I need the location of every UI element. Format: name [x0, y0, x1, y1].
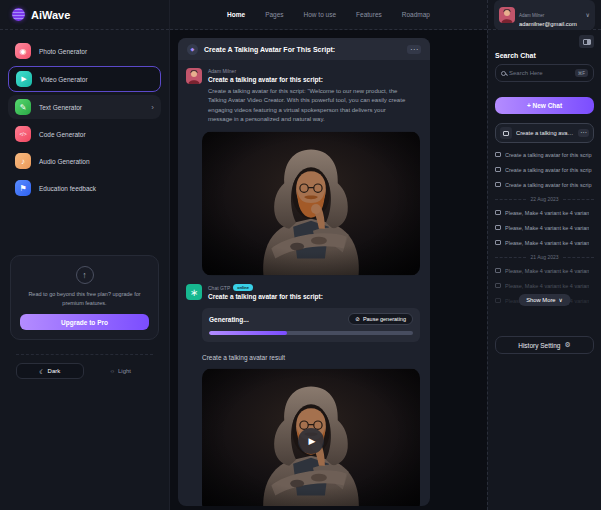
chat-icon — [495, 225, 501, 230]
audio-icon: ♪ — [15, 153, 31, 169]
upgrade-text: Read to go beyond this free plan? upgrad… — [20, 290, 149, 307]
generator-menu: ◉ Photo Generator ▶ Video Generator ✎ Te… — [0, 30, 169, 203]
shortcut-badge: ⌘F — [575, 69, 588, 77]
nav-pages[interactable]: Pages — [265, 11, 283, 18]
play-icon[interactable]: ▶ — [298, 428, 324, 454]
chat-history-item[interactable]: Create a talking avatar for this scrip — [495, 147, 594, 162]
search-input[interactable] — [509, 70, 572, 76]
sidebar-item-label: Photo Generator — [39, 48, 87, 55]
moon-icon: ☾ — [39, 368, 44, 375]
user-name: Adam Milner — [519, 13, 544, 18]
sidebar-item-label: Video Generator — [40, 76, 88, 83]
sidebar-item-text-generator[interactable]: ✎ Text Generator › — [8, 95, 161, 119]
video-icon: ▶ — [16, 71, 32, 87]
top-nav: Home Pages How to use Features Roadmap — [170, 0, 487, 30]
show-more-label: Show More — [526, 297, 555, 303]
collapse-panel-button[interactable] — [579, 35, 594, 48]
chevron-down-icon: ∨ — [586, 11, 590, 18]
sidebar-item-audio-generation[interactable]: ♪ Audio Generation — [8, 149, 161, 173]
text-icon: ✎ — [15, 99, 31, 115]
chat-history-item[interactable]: Please, Make 4 variant ke 4 varian — [495, 263, 594, 278]
chat-history-item[interactable]: Please, Make 4 variant ke 4 varian — [495, 278, 594, 293]
avatar-result-video[interactable]: ▶ — [202, 368, 420, 506]
generating-label: Generating... — [209, 316, 249, 323]
user-avatar — [186, 68, 202, 84]
date-divider: 22 Aug 2023 — [495, 196, 594, 202]
message-body: Create a talking avatar for this script:… — [208, 87, 410, 124]
show-more-button[interactable]: Show More ∨ — [518, 294, 571, 306]
result-label: Create a talking avatar result — [202, 354, 422, 361]
search-box: ⌘F — [495, 64, 594, 82]
upgrade-to-pro-button[interactable]: Upgrade to Pro — [20, 314, 149, 330]
photo-icon: ◉ — [15, 43, 31, 59]
main-area: ◆ Create A Talking Avatar For This Scrip… — [170, 30, 487, 510]
history-setting-button[interactable]: History Setting ⚙ — [495, 336, 594, 354]
user-avatar — [499, 7, 515, 23]
brand-name: AiWave — [31, 9, 70, 21]
chat-item-options-button[interactable]: ⋯ — [578, 129, 589, 137]
center-column: Home Pages How to use Features Roadmap ◆… — [170, 0, 487, 510]
chat-title-icon: ◆ — [187, 44, 198, 55]
chat-icon — [495, 152, 501, 157]
pause-generating-button[interactable]: ⊘ Pause generating — [348, 313, 413, 325]
light-label: Light — [118, 368, 131, 374]
older-history-group: Please, Make 4 variant ke 4 varian Pleas… — [495, 263, 594, 308]
chevron-right-icon: › — [151, 103, 154, 112]
search-icon — [501, 71, 506, 76]
active-chat-item[interactable]: Create a talking avatar for this scrip ⋯ — [495, 123, 594, 143]
chat-options-button[interactable]: ⋯ — [407, 45, 421, 54]
right-sidebar: Adam Milner adamilner@gmail.com ∨ Search… — [487, 0, 601, 510]
dark-mode-button[interactable]: ☾ Dark — [16, 363, 84, 379]
user-row: Adam Milner adamilner@gmail.com ∨ — [488, 0, 601, 30]
sidebar-item-video-generator[interactable]: ▶ Video Generator — [8, 66, 161, 92]
chat-title: Create A Talking Avatar For This Script: — [204, 46, 401, 53]
chat-history-item[interactable]: Please, Make 4 variant ke 4 varian — [495, 205, 594, 220]
sidebar-item-education-feedback[interactable]: ⚑ Education feedback — [8, 176, 161, 200]
sidebar-item-label: Audio Generation — [39, 158, 90, 165]
message-author: Adam Milner — [208, 68, 410, 74]
message-heading: Create a talking avatar for this script: — [208, 76, 410, 83]
gear-icon: ⚙ — [565, 341, 571, 349]
chat-icon — [495, 283, 501, 288]
chat-icon — [495, 182, 501, 187]
up-arrow-icon: ↑ — [76, 266, 94, 284]
sun-icon: ☼ — [109, 368, 115, 374]
history-setting-label: History Setting — [518, 342, 560, 349]
nav-home[interactable]: Home — [227, 11, 245, 18]
chat-icon — [495, 268, 501, 273]
progress-bar — [209, 331, 413, 335]
chat-icon — [495, 210, 501, 215]
chat-history-item[interactable]: Please, Make 4 variant ke 4 varian — [495, 220, 594, 235]
chatgpt-icon: ∗ — [186, 284, 202, 300]
bot-author: Chat GTP — [208, 285, 230, 291]
online-badge: online — [233, 284, 253, 291]
sidebar-item-label: Education feedback — [39, 185, 96, 192]
nav-how-to-use[interactable]: How to use — [304, 11, 337, 18]
light-mode-button[interactable]: ☼ Light — [88, 363, 154, 379]
brand-logo-icon — [12, 8, 25, 21]
chat-history-item[interactable]: Create a talking avatar for this scrip — [495, 162, 594, 177]
new-chat-button[interactable]: + New Chat — [495, 97, 594, 114]
pause-icon: ⊘ — [355, 316, 360, 322]
search-chat-label: Search Chat — [495, 52, 594, 59]
sidebar-item-code-generator[interactable]: </> Code Generator — [8, 122, 161, 146]
generating-card: Generating... ⊘ Pause generating — [202, 308, 420, 342]
nav-features[interactable]: Features — [356, 11, 382, 18]
avatar-source-image — [202, 131, 420, 276]
chat-history-item[interactable]: Please, Make 4 variant ke 4 varian — [495, 235, 594, 250]
user-message: Adam Milner Create a talking avatar for … — [186, 68, 422, 124]
brand-logo[interactable]: AiWave — [0, 0, 169, 30]
chat-panel: ◆ Create A Talking Avatar For This Scrip… — [178, 38, 430, 506]
chat-icon — [495, 298, 501, 303]
progress-fill — [209, 331, 287, 335]
chevron-down-icon: ∨ — [559, 297, 563, 303]
user-menu[interactable]: Adam Milner adamilner@gmail.com ∨ — [494, 0, 595, 30]
app-root: AiWave ◉ Photo Generator ▶ Video Generat… — [0, 0, 601, 510]
left-sidebar: AiWave ◉ Photo Generator ▶ Video Generat… — [0, 0, 170, 510]
nav-roadmap[interactable]: Roadmap — [402, 11, 430, 18]
chat-history-item[interactable]: Create a talking avatar for this scrip — [495, 177, 594, 192]
sidebar-item-photo-generator[interactable]: ◉ Photo Generator — [8, 39, 161, 63]
chat-panel-header: ◆ Create A Talking Avatar For This Scrip… — [178, 38, 430, 60]
chat-icon — [495, 240, 501, 245]
chat-history-list: Create a talking avatar for this scrip C… — [495, 147, 594, 308]
